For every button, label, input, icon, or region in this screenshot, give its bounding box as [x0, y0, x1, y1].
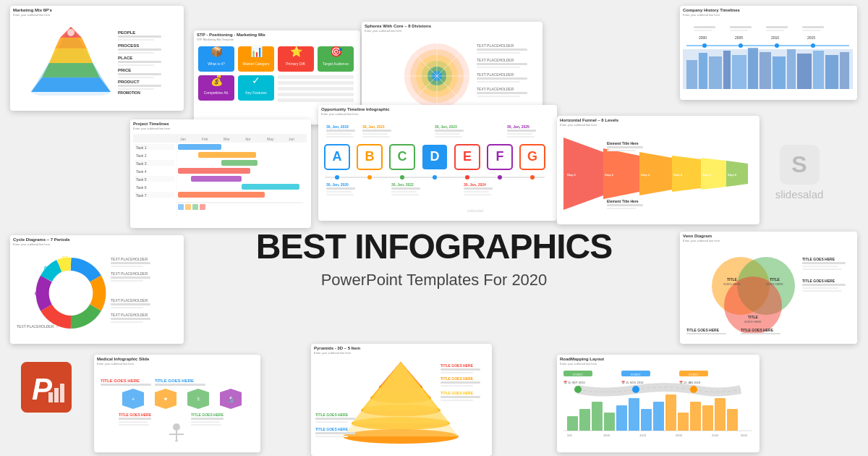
stp-content: 📦 What is it? 📊 Market Category ⭐ Primar…: [194, 43, 360, 115]
svg-point-320: [632, 386, 639, 393]
svg-rect-20: [118, 52, 154, 54]
svg-text:TEXT PLACEHOLDER →: TEXT PLACEHOLDER →: [17, 324, 59, 329]
svg-text:EVENT: EVENT: [689, 373, 699, 376]
svg-text:30, Jan, 2022: 30, Jan, 2022: [391, 182, 414, 187]
svg-text:TEXT PLACEHOLDER: TEXT PLACEHOLDER: [111, 313, 148, 317]
svg-rect-69: [477, 81, 520, 83]
svg-rect-309: [315, 436, 348, 437]
svg-rect-227: [111, 321, 143, 323]
slide-stp-subtitle: STP Marketing Mix Template: [194, 38, 360, 43]
slide-cycle-subtitle: Enter your subhead line here: [10, 242, 184, 248]
svg-text:2000: 2000: [699, 35, 707, 40]
svg-rect-333: [690, 402, 701, 431]
svg-rect-328: [629, 398, 639, 431]
svg-rect-137: [200, 204, 205, 210]
svg-text:Key Features: Key Features: [245, 90, 267, 95]
svg-text:slidesalad: slidesalad: [467, 208, 483, 213]
svg-rect-329: [641, 409, 652, 431]
slide-venn-diagram[interactable]: Venn Diagram Enter your subhead line her…: [680, 232, 857, 344]
svg-text:E: E: [463, 149, 472, 164]
svg-text:1500: 1500: [639, 434, 647, 437]
svg-text:TEXT PLACEHOLDER: TEXT PLACEHOLDER: [111, 257, 148, 261]
svg-rect-269: [119, 421, 148, 423]
svg-text:D: D: [430, 149, 440, 164]
svg-point-27: [67, 29, 75, 36]
svg-rect-117: [198, 152, 256, 158]
svg-rect-136: [192, 204, 198, 210]
svg-rect-217: [111, 262, 150, 264]
svg-rect-234: [802, 266, 838, 267]
svg-rect-71: [477, 92, 527, 94]
svg-text:TITLE GOES HERE: TITLE GOES HERE: [802, 279, 835, 283]
svg-rect-81: [773, 56, 786, 89]
svg-rect-144: [326, 136, 354, 138]
svg-text:Jan: Jan: [180, 137, 186, 141]
svg-rect-46: [278, 75, 354, 79]
svg-rect-17: [118, 35, 161, 38]
svg-marker-8: [49, 48, 93, 63]
svg-rect-134: [178, 204, 184, 210]
svg-marker-10: [31, 77, 111, 92]
slide-company-history[interactable]: Company History Timelines Enter your sub…: [680, 6, 857, 100]
slide-marketing-mix[interactable]: Marketing Mix 6P's Enter your subhead li…: [10, 6, 184, 111]
slide-project-timelines[interactable]: Project Timelines Enter your subhead lin…: [130, 119, 311, 228]
svg-text:TITLE GOES HERE: TITLE GOES HERE: [686, 328, 720, 332]
svg-rect-22: [118, 64, 154, 66]
svg-rect-326: [604, 413, 615, 431]
svg-text:TEXT PLACEHOLDER: TEXT PLACEHOLDER: [477, 72, 514, 77]
marketing-content: PEOPLE PROCESS PLACE PRICE PRODUCT PROMO…: [10, 18, 184, 100]
svg-rect-220: [111, 276, 150, 279]
svg-rect-86: [840, 52, 849, 89]
svg-point-319: [574, 386, 582, 393]
svg-text:Apr: Apr: [245, 137, 251, 141]
slidesalad-logo: S slidesalad: [749, 145, 850, 200]
ppt-icon: P: [21, 362, 72, 413]
svg-rect-252: [48, 392, 53, 402]
svg-text:Step 2: Step 2: [605, 173, 614, 177]
svg-rect-24: [118, 77, 154, 78]
svg-text:05: 05: [35, 291, 41, 296]
svg-text:2005: 2005: [735, 35, 743, 40]
slide-pyramids-subtitle: Enter your subhead line here: [311, 351, 492, 356]
svg-text:+: +: [132, 396, 135, 402]
svg-text:30, Jan, 2025: 30, Jan, 2025: [507, 124, 529, 129]
svg-point-170: [367, 175, 372, 180]
slide-medical-title: Medical Infographic Slide: [94, 355, 260, 362]
svg-text:3000: 3000: [741, 434, 748, 437]
slide-horizontal-funnel[interactable]: Horizontal Funnel – 6 Levels Enter your …: [557, 116, 760, 224]
svg-rect-66: [477, 67, 520, 68]
slide-pyramids-title: Pyramids - 3D – 5 Item: [311, 344, 492, 351]
slide-roadmap[interactable]: RoadMapping Layout Enter your subhead li…: [557, 355, 760, 452]
svg-text:Task 6: Task 6: [136, 185, 147, 190]
svg-rect-257: [101, 384, 151, 386]
svg-point-169: [335, 175, 339, 180]
slide-opportunity-timeline[interactable]: Opportunity Timeline Infographic Enter y…: [318, 105, 557, 221]
svg-text:GOES HERE: GOES HERE: [744, 320, 762, 324]
svg-text:TEXT PLACEHOLDER: TEXT PLACEHOLDER: [477, 58, 514, 62]
svg-rect-302: [441, 396, 480, 398]
slide-funnel-title: Horizontal Funnel – 6 Levels: [557, 116, 760, 123]
svg-text:♥: ♥: [164, 396, 168, 402]
svg-rect-23: [118, 73, 161, 75]
slide-cycle-diagrams[interactable]: Cycle Diagrams – 7 Periods Enter your su…: [10, 235, 184, 344]
svg-rect-129: [242, 184, 299, 190]
venn-content: TITLE GOES HERE TITLE GOES HERE TITLE GO…: [680, 244, 857, 342]
svg-text:EVENT: EVENT: [573, 373, 583, 376]
svg-rect-26: [118, 88, 154, 90]
svg-text:F: F: [496, 149, 504, 164]
svg-text:2010: 2010: [771, 35, 779, 40]
svg-rect-132: [178, 192, 265, 198]
slide-pyramids[interactable]: Pyramids - 3D – 5 Item Enter your subhea…: [311, 344, 492, 456]
svg-rect-25: [118, 85, 161, 87]
svg-text:TITLE GOES HERE: TITLE GOES HERE: [315, 413, 349, 417]
svg-rect-83: [797, 54, 812, 89]
slide-medical-infographic[interactable]: Medical Infographic Slide Enter your sub…: [94, 355, 260, 452]
svg-rect-197: [607, 150, 636, 151]
slide-marketing-title: Marketing Mix 6P's: [10, 6, 184, 13]
ppt-icon-slide[interactable]: P: [10, 355, 82, 420]
svg-text:📊: 📊: [250, 46, 263, 58]
funnel-content: Element Title Here Element Title Here St…: [557, 128, 760, 219]
svg-text:PRODUCT: PRODUCT: [118, 80, 140, 84]
svg-rect-104: [133, 134, 307, 143]
svg-point-88: [702, 43, 707, 48]
